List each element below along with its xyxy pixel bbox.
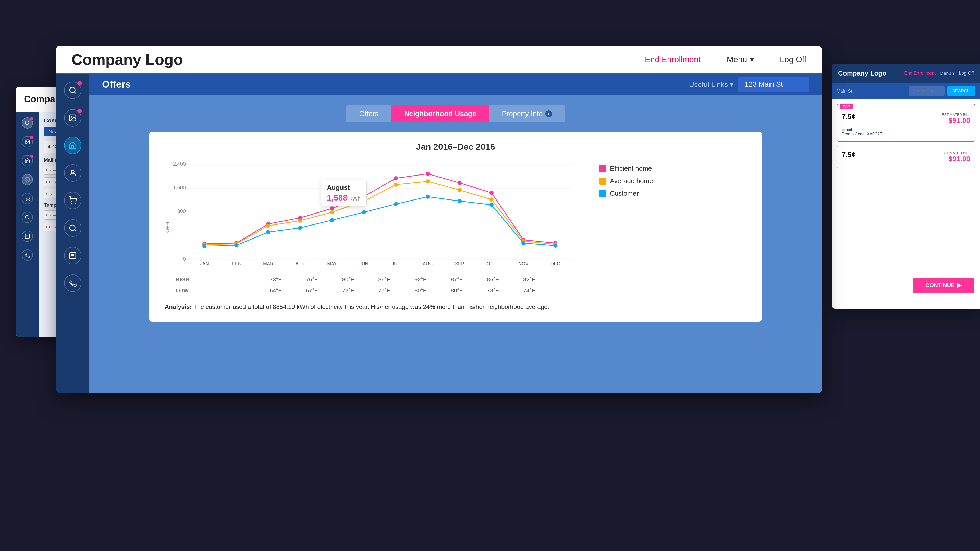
bg-sidebar-home[interactable]: [22, 155, 33, 166]
legend-average: Average home: [599, 177, 663, 185]
y-axis-label: KWH: [165, 222, 170, 234]
sidebar-cart-icon[interactable]: [64, 192, 81, 209]
svg-point-55: [458, 188, 462, 192]
bg-right-promo-input[interactable]: [909, 86, 945, 96]
bg-sidebar-badge-3: [30, 155, 33, 158]
svg-point-53: [394, 183, 398, 187]
bg-sidebar-doc[interactable]: [22, 230, 33, 242]
svg-text:DEC: DEC: [550, 261, 560, 266]
main-menu-chevron: ▾: [750, 55, 754, 64]
svg-text:SEP: SEP: [455, 261, 464, 266]
svg-point-62: [298, 226, 302, 230]
bg-sidebar-phone[interactable]: [22, 249, 33, 261]
tab-property[interactable]: Property Info i: [489, 105, 565, 122]
low-jan: —: [223, 285, 240, 296]
bg-offer-card-1: TOP 7.5¢ ESTIMATED BILL $91.00 Email Pro…: [837, 104, 975, 141]
main-header-nav: End Enrollment Menu ▾ Log Off: [645, 54, 807, 65]
chart-panel: Jan 2016–Dec 2016 KWH: [149, 132, 762, 322]
tooltip-value: 1,588: [327, 193, 347, 202]
low-sep: 78°F: [475, 285, 511, 296]
high-aug: 87°F: [439, 274, 475, 285]
offers-topbar: Offers Useful Links ▾ 123 Main St: [89, 74, 822, 95]
bg-offer-price-1: 7.5¢: [842, 113, 856, 121]
temp-row-low: LOW — — 64°F 67°F 72°F 77°F 80°F: [173, 285, 581, 296]
bg-right-panel: Company Logo End Enrollment Menu ▾ Log O…: [832, 64, 980, 309]
bg-sidebar-search[interactable]: [22, 118, 33, 129]
bg-sidebar-cart[interactable]: [22, 193, 33, 204]
sidebar-badge-2: [77, 109, 82, 113]
low-jun: 77°F: [366, 285, 402, 296]
high-label: HIGH: [173, 274, 223, 285]
analysis-text: Analysis: The customer used a total of 8…: [165, 302, 746, 311]
svg-point-67: [458, 199, 462, 203]
bg-continue-btn[interactable]: CONTINUE ▶: [913, 278, 974, 293]
svg-point-65: [394, 202, 398, 206]
chart-left: 2,400 1,600 800 0: [173, 159, 581, 296]
sidebar-search-icon[interactable]: [64, 82, 81, 99]
bg-offer-tag: TOP: [840, 104, 853, 109]
bg-right-logo: Company Logo: [838, 69, 886, 77]
high-oct: 82°F: [511, 274, 547, 285]
bg-right-address-display: Main St: [837, 89, 906, 94]
svg-point-0: [25, 121, 29, 125]
main-panel: Company Logo End Enrollment Menu ▾ Log O…: [56, 46, 822, 393]
svg-point-4: [25, 177, 30, 182]
svg-text:FEB: FEB: [232, 261, 241, 266]
bg-sidebar-image[interactable]: [22, 136, 33, 148]
bg-right-menu[interactable]: Menu ▾: [940, 71, 955, 76]
chart-with-axis: KWH: [165, 159, 581, 296]
offers-title: Offers: [102, 79, 130, 90]
chart-title: Jan 2016–Dec 2016: [165, 142, 746, 152]
legend-average-color: [599, 178, 606, 185]
legend-average-label: Average home: [610, 177, 653, 185]
high-jun: 86°F: [366, 274, 402, 285]
sidebar-doc-icon[interactable]: [64, 247, 81, 264]
svg-line-15: [74, 92, 76, 94]
low-feb: —: [240, 285, 258, 296]
main-logoff[interactable]: Log Off: [780, 55, 807, 64]
analysis-content: The customer used a total of 8854.10 kWh…: [193, 303, 549, 310]
svg-text:JUL: JUL: [392, 261, 400, 266]
scene: Company Logo: [0, 0, 980, 551]
high-dec: —: [564, 274, 581, 285]
legend-efficient-color: [599, 165, 606, 172]
sidebar-home-icon[interactable]: [64, 137, 81, 154]
bg-sidebar-magnify[interactable]: [22, 212, 33, 223]
bg-right-logoff[interactable]: Log Off: [959, 71, 974, 76]
sidebar-person-icon[interactable]: [64, 164, 81, 182]
chart-svg: 2,400 1,600 800 0: [173, 159, 581, 267]
bg-sidebar-location[interactable]: [22, 174, 33, 185]
tab-offers[interactable]: Offers: [346, 105, 391, 122]
svg-point-17: [71, 116, 72, 117]
high-mar: 73°F: [258, 274, 294, 285]
chart-legend: Efficient home Average home Customer: [592, 159, 663, 296]
svg-point-68: [490, 203, 493, 207]
svg-point-43: [458, 181, 462, 185]
bg-right-search-btn[interactable]: SEARCH: [947, 86, 975, 96]
svg-line-1: [28, 124, 29, 125]
legend-efficient-label: Efficient home: [610, 165, 652, 172]
svg-point-14: [70, 87, 75, 93]
svg-point-51: [330, 210, 334, 214]
main-menu[interactable]: Menu ▾: [727, 55, 754, 64]
useful-links-label[interactable]: Useful Links ▾: [689, 80, 733, 89]
svg-point-54: [426, 179, 430, 183]
tab-neighborhood[interactable]: Neighborhood Usage: [391, 105, 489, 122]
sidebar-phone-icon[interactable]: [64, 275, 81, 292]
sidebar-image-icon[interactable]: [64, 109, 81, 127]
sidebar-search2-icon[interactable]: [64, 219, 81, 237]
useful-links-text-content: Useful Links: [689, 81, 728, 89]
high-may: 80°F: [330, 274, 366, 285]
main-end-enrollment[interactable]: End Enrollment: [645, 55, 701, 64]
svg-text:MAY: MAY: [327, 261, 337, 266]
svg-point-66: [426, 195, 430, 199]
svg-point-56: [490, 197, 493, 202]
svg-point-59: [202, 244, 207, 248]
svg-point-70: [553, 244, 557, 248]
low-mar: 64°F: [258, 285, 294, 296]
bg-right-end-enrollment[interactable]: End Enrollment: [904, 71, 935, 76]
main-divider-2: [767, 54, 767, 65]
chart-area: KWH: [165, 159, 746, 296]
svg-point-21: [70, 225, 75, 230]
address-bar[interactable]: 123 Main St: [738, 77, 809, 92]
